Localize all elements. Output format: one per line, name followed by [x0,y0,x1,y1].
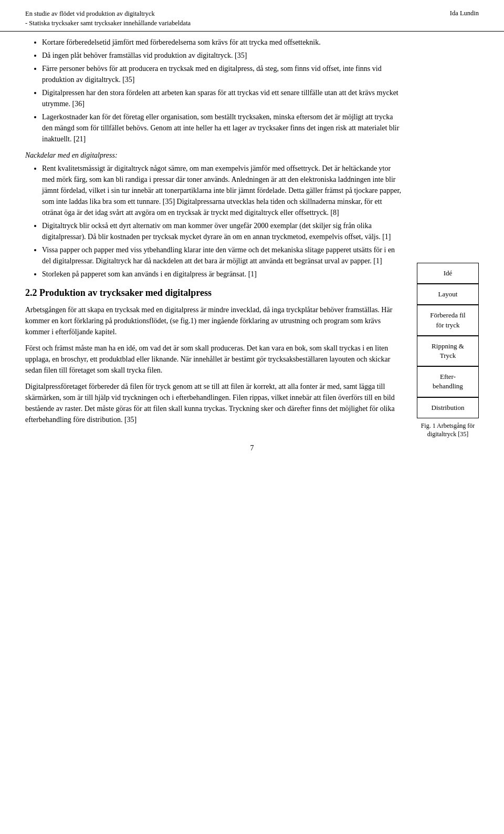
sidebar-caption: Fig. 1 Arbetsgång för digitaltryck [35] [417,421,479,439]
section-2-2: 2.2 Produktion av trycksaker med digital… [25,287,402,425]
list-item: Då ingen plåt behöver framställas vid pr… [42,50,402,61]
header-author: Ida Lundin [450,9,479,17]
list-item: Rent kvalitetsmässigt är digitaltryck nå… [42,163,402,218]
list-item: Kortare förberedelsetid jämfört med förb… [42,37,402,48]
sidebar-box-ide: Idé [417,263,479,284]
list-item: Lagerkostnader kan för det företag eller… [42,111,402,145]
list-item: Vissa papper och papper med viss ytbehan… [42,244,402,266]
page-number: 7 [0,439,504,463]
section-para2: Först och främst måste man ha en idé, om… [25,343,402,376]
header-title: En studie av flödet vid produktion av di… [25,9,191,28]
list-item: Storleken på papperet som kan används i … [42,269,402,280]
nackdelar-heading: Nackdelar med en digitalpress: [25,150,402,161]
sidebar-flowchart: Idé Layout Förbereda filför tryck Rippni… [417,263,479,439]
header-line2: - Statiska trycksaker samt trycksaker in… [25,19,191,28]
page-header: En studie av flödet vid produktion av di… [0,0,504,32]
list-item: Färre personer behövs för att producera … [42,63,402,85]
sidebar-box-rippning: Rippning &Tryck [417,336,479,366]
header-line1: En studie av flödet vid produktion av di… [25,9,191,19]
content-area: Kortare förberedelsetid jämfört med förb… [0,37,504,439]
list-item: Digitaltryck blir också ett dyrt alterna… [42,220,402,242]
section-heading: 2.2 Produktion av trycksaker med digital… [25,287,402,299]
advantages-list: Kortare förberedelsetid jämfört med förb… [25,37,402,145]
sidebar-box-distribution: Distribution [417,397,479,418]
nackdelar-list: Rent kvalitetsmässigt är digitaltryck nå… [25,163,402,280]
sidebar-box-forbereda: Förbereda filför tryck [417,305,479,335]
sidebar-box-efterbehandling: Efter-behandling [417,366,479,397]
section-para1: Arbetsgången för att skapa en trycksak m… [25,304,402,337]
main-text: Kortare förberedelsetid jämfört med förb… [25,37,402,439]
section-para3: Digitalpressföretaget förbereder då file… [25,381,402,425]
sidebar-box-layout: Layout [417,284,479,305]
page: En studie av flödet vid produktion av di… [0,0,504,834]
list-item: Digitalpressen har den stora fördelen at… [42,87,402,109]
